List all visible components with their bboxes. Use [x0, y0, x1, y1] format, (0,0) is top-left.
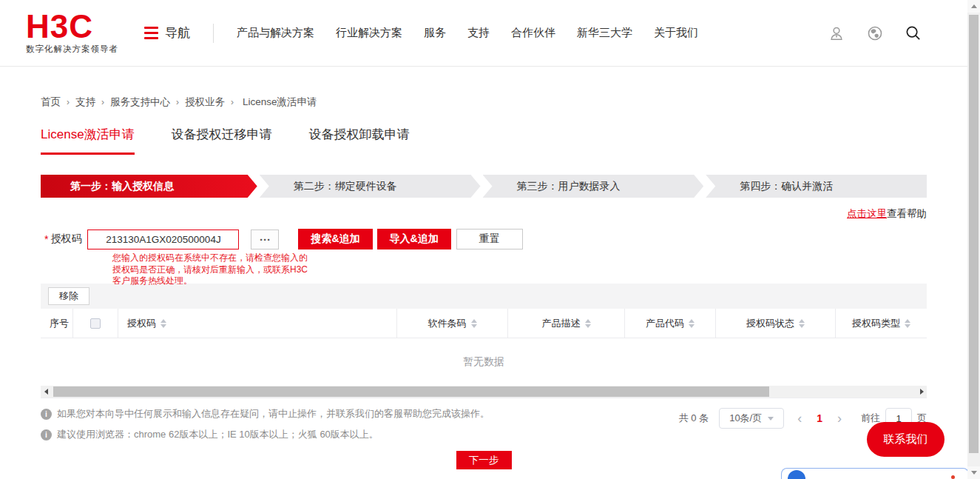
column-header-product-desc[interactable]: 产品描述: [508, 309, 625, 338]
reset-button[interactable]: 重置: [456, 229, 523, 249]
sort-icon[interactable]: [799, 319, 805, 328]
hamburger-icon: [144, 27, 158, 40]
table-footer-row: i 如果您对本向导中任何展示和输入信息存在疑问，请中止操作，并联系我们的客服帮助…: [41, 407, 927, 441]
step-4: 第四步：确认并激活: [706, 175, 927, 198]
nav-toggle-label: 导航: [165, 24, 190, 41]
vertical-scrollbar[interactable]: [967, 0, 980, 479]
scroll-left-arrow-icon[interactable]: [41, 386, 51, 398]
horizontal-scrollbar[interactable]: [41, 386, 927, 398]
info-icon: i: [41, 429, 52, 441]
column-header-auth-type[interactable]: 授权码类型: [836, 309, 927, 338]
step-3: 第三步：用户数据录入: [483, 175, 704, 198]
next-step-button[interactable]: 下一步: [456, 451, 512, 469]
main-content: 首页 › 支持 › 服务支持中心 › 授权业务 › License激活申请 Li…: [41, 67, 927, 479]
nav-toggle[interactable]: 导航: [144, 24, 190, 41]
column-header-auth-code[interactable]: 授权码: [118, 309, 397, 338]
tab-license-activation[interactable]: License激活申请: [41, 126, 135, 155]
auth-code-input[interactable]: [87, 230, 239, 249]
table-header-row: 序号 授权码 软件条码 产品描述 产品代码: [41, 309, 927, 338]
sort-icon[interactable]: [160, 319, 166, 328]
import-append-button[interactable]: 导入&追加: [377, 229, 451, 249]
prev-page-button[interactable]: ‹: [794, 412, 805, 425]
nav-item-services[interactable]: 服务: [424, 26, 446, 40]
current-page-number[interactable]: 1: [815, 412, 824, 424]
scroll-down-arrow-icon[interactable]: [967, 466, 980, 479]
auth-code-label: 授权码: [50, 232, 81, 246]
header-icons: [828, 24, 922, 41]
table-empty-state: 暂无数据: [41, 338, 927, 386]
h3c-logo[interactable]: H3C 数字化解决方案领导者: [26, 12, 113, 55]
tab-bar: License激活申请 设备授权迁移申请 设备授权卸载申请: [41, 126, 927, 155]
header-divider: [213, 24, 214, 43]
license-table: 序号 授权码 软件条码 产品描述 产品代码: [41, 309, 927, 398]
breadcrumb-separator: ›: [231, 97, 234, 107]
breadcrumb-separator: ›: [67, 97, 70, 107]
pagination-total: 共 0 条: [679, 412, 709, 425]
column-header-software-barcode[interactable]: 软件条码: [397, 309, 508, 338]
logo-tagline: 数字化解决方案领导者: [26, 44, 113, 55]
globe-icon[interactable]: [866, 24, 883, 41]
scroll-up-arrow-icon[interactable]: [967, 0, 980, 13]
breadcrumb-home[interactable]: 首页: [41, 96, 61, 109]
breadcrumb-current: License激活申请: [243, 96, 317, 109]
column-header-auth-status[interactable]: 授权码状态: [716, 309, 836, 338]
breadcrumb-separator: ›: [101, 97, 104, 107]
more-button[interactable]: ···: [251, 230, 279, 249]
column-header-checkbox: [73, 309, 118, 338]
sort-icon[interactable]: [905, 319, 910, 328]
logo-text: H3C: [26, 12, 113, 41]
select-all-checkbox[interactable]: [90, 318, 101, 329]
note-browser: i 建议使用浏览器：chrome 62版本以上；IE 10版本以上；火狐 60版…: [41, 428, 490, 441]
info-icon: i: [41, 409, 52, 420]
next-step-row: 下一步: [41, 451, 927, 469]
page-size-select[interactable]: 10条/页: [719, 408, 784, 429]
chat-widget[interactable]: [781, 468, 969, 479]
chat-avatar-icon: [788, 470, 805, 479]
sort-icon[interactable]: [689, 319, 695, 328]
nav-item-products[interactable]: 产品与解决方案: [237, 26, 314, 40]
chat-notification-dot: [951, 475, 955, 479]
step-2: 第二步：绑定硬件设备: [260, 175, 481, 198]
nav-item-support[interactable]: 支持: [467, 26, 490, 40]
breadcrumb-service-center[interactable]: 服务支持中心: [110, 96, 170, 109]
note-warning: i 如果您对本向导中任何展示和输入信息存在疑问，请中止操作，并联系我们的客服帮助…: [41, 407, 490, 421]
user-icon[interactable]: [828, 24, 845, 41]
vertical-scrollbar-thumb[interactable]: [969, 15, 979, 453]
site-header: H3C 数字化解决方案领导者 导航 产品与解决方案 行业解决方案 服务 支持 合…: [0, 0, 967, 67]
horizontal-scrollbar-thumb[interactable]: [53, 386, 769, 397]
required-asterisk: *: [44, 233, 48, 245]
nav-item-partners[interactable]: 合作伙伴: [511, 26, 555, 40]
nav-item-about[interactable]: 关于我们: [654, 26, 698, 40]
step-1: 第一步：输入授权信息: [41, 175, 257, 198]
auth-code-error-message: 您输入的授权码在系统中不存在，请检查您输入的授权码是否正确，请核对后重新输入，或…: [112, 252, 314, 287]
remove-button[interactable]: 移除: [48, 287, 89, 305]
nav-item-university[interactable]: 新华三大学: [577, 26, 632, 40]
breadcrumb-license-business[interactable]: 授权业务: [185, 96, 225, 109]
column-header-index: 序号: [41, 309, 73, 338]
wizard-steps: 第一步：输入授权信息 第二步：绑定硬件设备 第三步：用户数据录入 第四步：确认并…: [41, 175, 927, 198]
contact-us-button[interactable]: 联系我们: [867, 422, 944, 457]
tab-license-migration[interactable]: 设备授权迁移申请: [172, 126, 272, 155]
main-nav: 产品与解决方案 行业解决方案 服务 支持 合作伙伴 新华三大学 关于我们: [237, 26, 698, 40]
search-icon[interactable]: [905, 24, 922, 41]
next-page-button[interactable]: ›: [834, 412, 845, 425]
search-append-button[interactable]: 搜索&追加: [298, 229, 372, 249]
column-header-product-code[interactable]: 产品代码: [625, 309, 716, 338]
tab-license-uninstall[interactable]: 设备授权卸载申请: [309, 126, 410, 155]
chevron-down-icon: [768, 417, 774, 421]
table-toolbar: 移除: [41, 284, 927, 309]
sort-icon[interactable]: [585, 319, 591, 328]
auth-code-form: * 授权码 ··· 搜索&追加 导入&追加 重置 您输入的授权码在系统中不存在，…: [41, 229, 927, 284]
scroll-right-arrow-icon[interactable]: [916, 386, 927, 398]
breadcrumb-separator: ›: [176, 97, 179, 107]
help-row: 点击这里查看帮助: [41, 207, 927, 221]
breadcrumb-support[interactable]: 支持: [75, 96, 95, 109]
breadcrumb: 首页 › 支持 › 服务支持中心 › 授权业务 › License激活申请: [41, 96, 927, 109]
notes: i 如果您对本向导中任何展示和输入信息存在疑问，请中止操作，并联系我们的客服帮助…: [41, 407, 490, 441]
sort-icon[interactable]: [471, 319, 477, 328]
help-suffix: 查看帮助: [887, 208, 927, 219]
nav-item-industry[interactable]: 行业解决方案: [336, 26, 402, 40]
help-link[interactable]: 点击这里: [847, 208, 887, 219]
